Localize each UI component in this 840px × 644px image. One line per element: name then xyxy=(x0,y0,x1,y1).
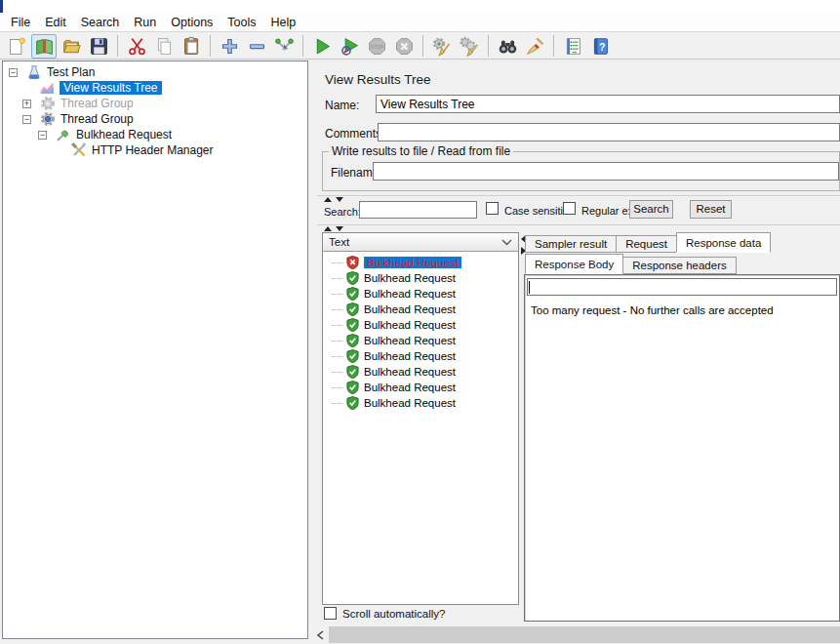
result-item[interactable]: Bulkhead Request xyxy=(323,302,518,317)
splitter-expand-buttons[interactable] xyxy=(324,197,343,203)
result-item[interactable]: Bulkhead Request xyxy=(323,395,518,411)
search-button[interactable]: Search xyxy=(629,200,673,219)
success-icon xyxy=(346,349,359,363)
menu-help[interactable]: Help xyxy=(268,15,300,30)
tab-sampler-result[interactable]: Sampler result xyxy=(525,235,617,253)
tree-item-http-header-manager[interactable]: HTTP Header Manager xyxy=(3,142,307,158)
toolbar-separator xyxy=(488,35,489,57)
start-no-pauses-icon[interactable] xyxy=(337,34,362,59)
add-element-icon[interactable] xyxy=(217,34,242,59)
splitter-divider[interactable] xyxy=(317,224,840,225)
expand-down-icon[interactable] xyxy=(336,226,343,231)
menu-edit[interactable]: Edit xyxy=(42,15,69,30)
save-icon[interactable] xyxy=(86,34,111,59)
remove-element-icon[interactable] xyxy=(244,34,269,59)
tree-item-thread-group[interactable]: − Thread Group xyxy=(3,111,307,127)
results-filter-value: Text xyxy=(329,236,349,248)
tree-item-label: View Results Tree xyxy=(60,81,162,95)
expand-up-icon[interactable] xyxy=(324,226,332,231)
success-icon xyxy=(346,318,359,332)
tree-item-label: Test Plan xyxy=(47,65,95,79)
toolbar-separator xyxy=(210,35,211,57)
toolbar-separator xyxy=(553,35,554,57)
tab-response-headers[interactable]: Response headers xyxy=(622,257,737,274)
comments-label: Comments: xyxy=(325,127,384,141)
result-item[interactable]: Bulkhead Request xyxy=(323,380,518,395)
result-item[interactable]: Bulkhead Request xyxy=(323,348,518,364)
scroll-automatically-checkbox[interactable] xyxy=(324,607,337,620)
result-item[interactable]: Bulkhead Request xyxy=(323,255,518,270)
results-chart-icon xyxy=(39,80,55,96)
tab-request[interactable]: Request xyxy=(616,235,677,253)
search-input[interactable] xyxy=(359,201,477,219)
toggle-element-icon[interactable] xyxy=(271,34,297,59)
expand-up-icon[interactable] xyxy=(324,197,332,202)
splitter-divider[interactable] xyxy=(317,195,840,196)
scroll-left-icon[interactable] xyxy=(312,627,327,642)
svg-text:STOP: STOP xyxy=(371,44,383,49)
success-icon xyxy=(346,396,359,410)
function-helper-icon[interactable] xyxy=(560,34,585,59)
test-plan-icon xyxy=(26,64,42,80)
help-icon[interactable]: ? xyxy=(587,34,613,59)
search-icon[interactable] xyxy=(495,34,520,59)
text-caret xyxy=(529,281,530,294)
results-filter-dropdown[interactable]: Text xyxy=(323,233,518,252)
collapse-toggle-icon[interactable]: − xyxy=(9,68,18,77)
response-search-input[interactable] xyxy=(527,278,837,296)
name-label: Name: xyxy=(325,99,359,112)
clear-search-icon[interactable] xyxy=(522,34,547,59)
chevron-down-icon xyxy=(501,239,512,246)
search-label: Search: xyxy=(324,206,361,218)
scrollbar-thumb[interactable] xyxy=(329,626,840,643)
paste-icon[interactable] xyxy=(179,34,204,59)
tab-response-body[interactable]: Response Body xyxy=(525,254,623,274)
tree-item-label: Thread Group xyxy=(60,112,134,126)
open-file-icon[interactable] xyxy=(59,34,84,59)
comments-input[interactable] xyxy=(378,123,840,141)
menu-file[interactable]: File xyxy=(8,15,33,30)
success-icon xyxy=(346,271,359,285)
name-input[interactable] xyxy=(376,95,840,113)
regular-exp-checkbox[interactable] xyxy=(563,202,576,215)
result-item[interactable]: Bulkhead Request xyxy=(323,270,518,286)
menu-tools[interactable]: Tools xyxy=(224,15,259,30)
horizontal-scrollbar[interactable] xyxy=(310,625,840,644)
menu-search[interactable]: Search xyxy=(78,15,123,30)
copy-icon[interactable] xyxy=(151,34,177,59)
shutdown-icon[interactable] xyxy=(391,34,417,59)
menu-run[interactable]: Run xyxy=(131,15,159,30)
error-icon xyxy=(346,256,359,269)
menu-options[interactable]: Options xyxy=(168,15,216,30)
tab-response-data[interactable]: Response data xyxy=(676,232,771,253)
tree-item-bulkhead-request[interactable]: − Bulkhead Request xyxy=(3,127,307,142)
result-item[interactable]: Bulkhead Request xyxy=(323,333,518,348)
tree-item-view-results-tree[interactable]: View Results Tree xyxy=(3,80,307,96)
svg-text:?: ? xyxy=(599,40,605,52)
scroll-automatically-row: Scroll automatically? xyxy=(324,607,445,620)
jmeter-window: File Edit Search Run Options Tools Help xyxy=(0,0,840,644)
tree-item-thread-group-disabled[interactable]: + Thread Group xyxy=(3,96,307,111)
expand-down-icon[interactable] xyxy=(336,197,343,202)
result-item[interactable]: Bulkhead Request xyxy=(323,364,518,380)
filename-input[interactable] xyxy=(373,162,839,181)
result-item[interactable]: Bulkhead Request xyxy=(323,286,518,302)
header-manager-icon xyxy=(71,142,87,158)
clear-one-icon[interactable] xyxy=(429,34,455,59)
toolbar: STOP ? xyxy=(0,33,840,60)
case-sensitive-checkbox[interactable] xyxy=(486,202,499,215)
cut-icon[interactable] xyxy=(124,34,149,59)
collapse-toggle-icon[interactable]: − xyxy=(38,131,47,140)
collapse-toggle-icon[interactable]: − xyxy=(22,115,31,124)
response-body-panel: Too many request - No further calls are … xyxy=(524,274,840,622)
stop-icon[interactable]: STOP xyxy=(364,34,389,59)
reset-button[interactable]: Reset xyxy=(690,200,732,219)
tree-item-test-plan[interactable]: − Test Plan xyxy=(3,64,307,80)
start-icon[interactable] xyxy=(309,34,335,59)
clear-all-icon[interactable] xyxy=(457,34,482,59)
result-item[interactable]: Bulkhead Request xyxy=(323,317,518,333)
expand-toggle-icon[interactable]: + xyxy=(22,100,31,108)
new-file-icon[interactable] xyxy=(4,34,29,59)
response-body-text: Too many request - No further calls are … xyxy=(531,304,835,316)
open-templates-icon[interactable] xyxy=(31,34,57,59)
